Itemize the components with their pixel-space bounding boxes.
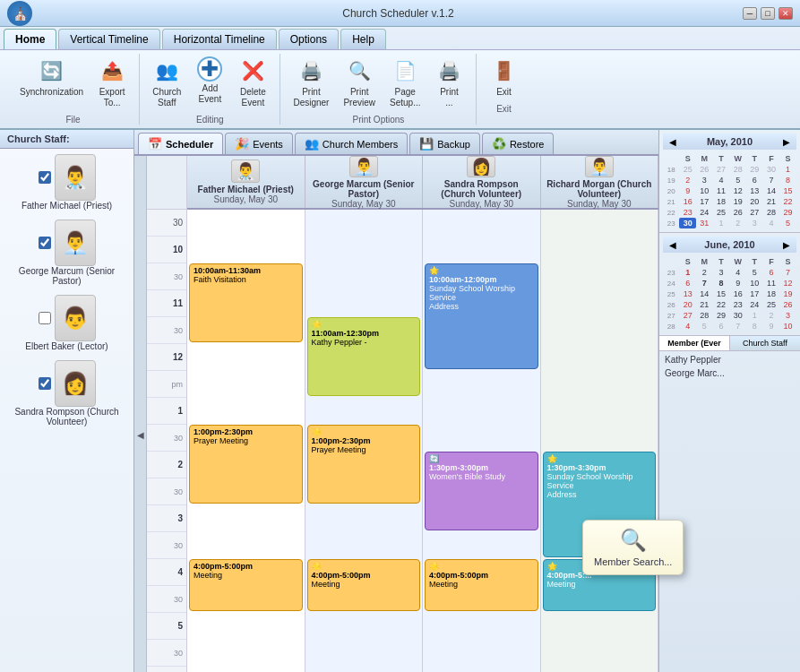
calendar-day[interactable]: 20 (679, 299, 696, 310)
calendar-day[interactable]: 8 (746, 321, 763, 332)
calendar-day[interactable]: 4 (713, 175, 730, 185)
calendar-day[interactable]: 10 (696, 185, 713, 196)
exit-button[interactable]: 🚪 Exit (484, 54, 523, 100)
calendar-day[interactable]: 21 (696, 299, 713, 310)
calendar-day[interactable]: 5 (729, 175, 746, 185)
calendar-day[interactable]: 31 (696, 218, 713, 228)
minimize-btn[interactable]: ─ (743, 7, 757, 20)
calendar-day[interactable]: 16 (729, 289, 746, 299)
calendar-day[interactable]: 8 (779, 175, 796, 185)
calendar-day[interactable]: 10 (779, 321, 796, 332)
calendar-day[interactable]: 30 (729, 310, 746, 321)
calendar-day[interactable]: 19 (779, 289, 796, 299)
calendar-day[interactable]: 7 (729, 321, 746, 332)
calendar-day[interactable]: 7 (763, 175, 780, 185)
calendar-day[interactable]: 27 (679, 310, 696, 321)
list-item[interactable]: Kathy Peppler (661, 353, 798, 366)
print-button[interactable]: 🖨️ Print... (429, 54, 469, 111)
sync-button[interactable]: 🔄 Synchronization (14, 54, 89, 100)
calendar-day-today[interactable]: 30 (679, 218, 696, 228)
calendar-day[interactable]: 1 (779, 164, 796, 175)
calendar-day[interactable]: 18 (713, 196, 730, 207)
calendar-day[interactable]: 25 (763, 299, 780, 310)
calendar-day[interactable]: 26 (696, 164, 713, 175)
mini-cal-june-prev-btn[interactable]: ◀ (667, 238, 679, 251)
calendar-day[interactable]: 26 (779, 299, 796, 310)
calendar-day[interactable]: 9 (679, 185, 696, 196)
calendar-day[interactable]: 26 (729, 207, 746, 218)
calendar-day[interactable]: 20 (746, 196, 763, 207)
calendar-day[interactable]: 28 (696, 310, 713, 321)
calendar-day[interactable]: 25 (679, 164, 696, 175)
event-sunday-school-sandra[interactable]: 🌟 10:00am-12:00pm Sunday School Worship … (425, 263, 538, 369)
staff-checkbox-1[interactable] (39, 171, 51, 184)
calendar-day[interactable]: 4 (679, 321, 696, 332)
calendar-day[interactable]: 1 (713, 218, 730, 228)
calendar-day[interactable]: 7 (696, 278, 713, 289)
event-meeting-michael[interactable]: 4:00pm-5:00pm Meeting (189, 559, 303, 611)
delete-event-button[interactable]: ❌ DeleteEvent (233, 54, 272, 111)
close-btn[interactable]: ✕ (778, 7, 793, 20)
calendar-day[interactable]: 11 (763, 278, 780, 289)
calendar-day[interactable]: 6 (746, 175, 763, 185)
church-staff-button[interactable]: 👥 ChurchStaff (147, 54, 186, 111)
member-tab-staff[interactable]: Church Staff (730, 336, 800, 350)
tab-scheduler[interactable]: 📅 Scheduler (138, 133, 223, 154)
tab-events[interactable]: 🎉 Events (225, 133, 293, 154)
calendar-day[interactable]: 17 (746, 289, 763, 299)
calendar-day[interactable]: 3 (696, 175, 713, 185)
calendar-day[interactable]: 4 (763, 218, 780, 228)
tab-church-members[interactable]: 👥 Church Members (295, 133, 408, 154)
calendar-day[interactable]: 13 (679, 289, 696, 299)
calendar-day[interactable]: 2 (679, 175, 696, 185)
collapse-left-btn[interactable]: ◀ (134, 156, 147, 672)
calendar-day[interactable]: 25 (713, 207, 730, 218)
calendar-day[interactable]: 19 (729, 196, 746, 207)
calendar-day[interactable]: 23 (729, 299, 746, 310)
calendar-day[interactable]: 17 (696, 196, 713, 207)
tab-help[interactable]: Help (340, 29, 386, 49)
calendar-day[interactable]: 7 (779, 267, 796, 278)
calendar-day[interactable]: 16 (679, 196, 696, 207)
event-prayer-meeting-george[interactable]: 🌟 1:00pm-2:30pm Prayer Meeting (307, 425, 421, 504)
calendar-day[interactable]: 15 (713, 289, 730, 299)
calendar-day[interactable]: 12 (779, 278, 796, 289)
export-button[interactable]: 📤 ExportTo... (92, 54, 132, 111)
calendar-day[interactable]: 28 (729, 164, 746, 175)
calendar-day[interactable]: 29 (713, 310, 730, 321)
calendar-day[interactable]: 22 (779, 196, 796, 207)
calendar-day[interactable]: 4 (729, 267, 746, 278)
calendar-day[interactable]: 3 (746, 218, 763, 228)
calendar-day[interactable]: 23 (679, 207, 696, 218)
calendar-day[interactable]: 29 (779, 207, 796, 218)
calendar-day[interactable]: 10 (746, 278, 763, 289)
print-designer-button[interactable]: 🖨️ PrintDesigner (288, 54, 334, 111)
calendar-day[interactable]: 24 (746, 299, 763, 310)
calendar-day[interactable]: 27 (713, 164, 730, 175)
calendar-day[interactable]: 9 (729, 278, 746, 289)
calendar-day[interactable]: 21 (763, 196, 780, 207)
calendar-day[interactable]: 3 (713, 267, 730, 278)
calendar-day[interactable]: 12 (729, 185, 746, 196)
calendar-day[interactable]: 14 (696, 289, 713, 299)
calendar-day[interactable]: 6 (679, 278, 696, 289)
calendar-day[interactable]: 1 (746, 310, 763, 321)
calendar-day[interactable]: 18 (763, 289, 780, 299)
mini-cal-june-next-btn[interactable]: ▶ (780, 238, 793, 251)
calendar-day[interactable]: 14 (763, 185, 780, 196)
mini-cal-next-btn[interactable]: ▶ (780, 135, 793, 148)
event-faith-visitation[interactable]: 10:00am-11:30am Faith Visitation (189, 263, 303, 342)
calendar-day[interactable]: 24 (696, 207, 713, 218)
event-womens-bible-study[interactable]: 🔄 1:30pm-3:00pm Women's Bible Study (425, 452, 538, 530)
print-preview-button[interactable]: 🔍 PrintPreview (338, 54, 381, 111)
calendar-day[interactable]: 6 (763, 267, 780, 278)
calendar-day[interactable]: 3 (779, 310, 796, 321)
tab-horizontal[interactable]: Horizontal Timeline (162, 29, 277, 49)
calendar-day[interactable]: 5 (779, 218, 796, 228)
calendar-day[interactable]: 15 (779, 185, 796, 196)
staff-checkbox-3[interactable] (39, 312, 51, 324)
calendar-day[interactable]: 9 (763, 321, 780, 332)
calendar-day[interactable]: 30 (763, 164, 780, 175)
calendar-day[interactable]: 22 (713, 299, 730, 310)
calendar-day[interactable]: 6 (713, 321, 730, 332)
